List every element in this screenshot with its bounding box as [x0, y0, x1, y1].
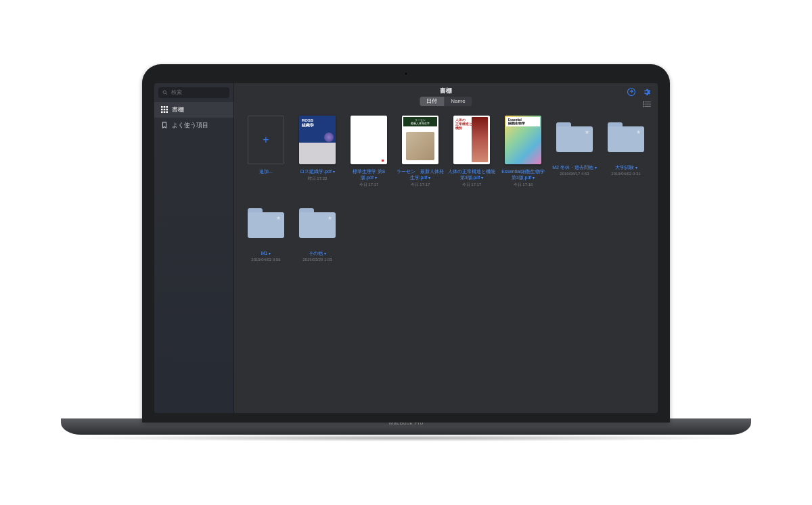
item-meta: 今日 17:17: [462, 182, 482, 188]
item-meta: 今日 17:17: [411, 182, 430, 188]
grid-area: + 追加... ロス組織学.pdf▾ 昨日 17:22 標準生理学: [234, 103, 658, 413]
item-title: M2 冬休・過去問他▾: [551, 164, 598, 171]
svg-rect-2: [161, 106, 163, 108]
book-cover: [402, 116, 438, 164]
item-title: その他▾: [294, 250, 341, 257]
svg-point-15: [643, 101, 644, 102]
folder-icon: ★: [299, 208, 336, 246]
svg-rect-9: [164, 112, 166, 114]
bookmark-icon: [161, 122, 168, 128]
camera-dot: [404, 72, 408, 76]
book-cover: [505, 116, 541, 164]
chevron-down-icon[interactable]: ▾: [533, 176, 535, 180]
item-meta: 今日 17:16: [514, 182, 533, 188]
folder-icon: ★: [608, 122, 644, 160]
star-icon: ★: [328, 215, 332, 221]
book-cover: [299, 116, 336, 164]
item-title: 大学試験▾: [602, 164, 650, 171]
item-title: Essential細胞生物学 第3版.pdf▾: [499, 168, 547, 181]
toolbar: 書棚 日付 Name: [234, 83, 658, 103]
sidebar-item-favorites[interactable]: よく使う項目: [154, 118, 233, 133]
folder-icon: ★: [556, 122, 593, 160]
grid-icon: [161, 106, 168, 113]
item-title: ロス組織学.pdf▾: [294, 168, 341, 175]
svg-rect-5: [161, 109, 163, 111]
svg-rect-10: [166, 112, 168, 114]
sort-tab-name[interactable]: Name: [444, 97, 472, 106]
add-icon: +: [248, 116, 284, 164]
chevron-down-icon[interactable]: ▾: [428, 176, 430, 180]
sync-icon[interactable]: [627, 87, 636, 99]
svg-point-16: [643, 103, 644, 104]
book-item[interactable]: Essential細胞生物学 第3版.pdf▾ 今日 17:16: [499, 116, 547, 188]
sidebar-item-label: よく使う項目: [172, 121, 208, 130]
svg-rect-7: [166, 109, 168, 111]
svg-rect-4: [166, 106, 168, 108]
item-title: ラーセン 最新人体発生学.pdf▾: [397, 168, 444, 181]
item-meta: 2019/03/29 1:03: [302, 258, 332, 262]
search-placeholder: 検索: [171, 89, 182, 96]
folder-icon: ★: [248, 208, 284, 246]
chevron-down-icon[interactable]: ▾: [269, 251, 271, 256]
item-meta: 今日 17:17: [359, 182, 379, 188]
chevron-down-icon[interactable]: ▾: [595, 166, 597, 170]
book-item[interactable]: ロス組織学.pdf▾ 昨日 17:22: [294, 116, 341, 188]
svg-point-11: [627, 88, 635, 95]
svg-point-17: [643, 105, 644, 106]
add-item[interactable]: + 追加...: [242, 116, 290, 188]
book-cover: [453, 116, 490, 164]
sidebar: 検索 書棚 よく使う項目: [154, 83, 234, 413]
chevron-down-icon[interactable]: ▾: [635, 166, 637, 170]
sidebar-item-bookshelf[interactable]: 書棚: [154, 102, 233, 118]
sidebar-item-label: 書棚: [172, 105, 184, 114]
item-meta: 2019/04/02 0:31: [611, 172, 640, 176]
item-meta: 2019/08/17 4:53: [560, 172, 589, 176]
app-window: 検索 書棚 よく使う項目: [154, 83, 658, 413]
folder-item[interactable]: ★ その他▾ 2019/03/29 1:03: [294, 201, 341, 262]
main-area: 書棚 日付 Name: [234, 83, 658, 413]
star-icon: ★: [636, 129, 641, 135]
book-item[interactable]: 標準生理学 第8版.pdf▾ 今日 17:17: [345, 116, 392, 188]
svg-rect-6: [164, 109, 166, 111]
chevron-down-icon[interactable]: ▾: [324, 251, 326, 256]
macbook-frame: 検索 書棚 よく使う項目: [122, 64, 690, 441]
search-icon: [162, 89, 168, 96]
chevron-down-icon[interactable]: ▾: [481, 176, 483, 180]
svg-line-1: [166, 93, 167, 95]
item-title: 人体の正常構造と機能 第3版.pdf▾: [448, 168, 495, 181]
svg-point-0: [163, 91, 166, 94]
list-view-icon[interactable]: [643, 98, 651, 110]
sort-tab-date[interactable]: 日付: [420, 97, 444, 106]
page-title: 書棚: [440, 87, 452, 95]
screen-bezel: 検索 書棚 よく使う項目: [142, 64, 670, 423]
base-shadow: [61, 435, 751, 441]
star-icon: ★: [276, 215, 281, 221]
search-input[interactable]: 検索: [158, 87, 229, 98]
book-item[interactable]: ラーセン 最新人体発生学.pdf▾ 今日 17:17: [397, 116, 444, 188]
folder-item[interactable]: ★ 大学試験▾ 2019/04/02 0:31: [602, 116, 650, 188]
book-item[interactable]: 人体の正常構造と機能 第3版.pdf▾ 今日 17:17: [448, 116, 495, 188]
sort-segmented: 日付 Name: [420, 97, 472, 106]
book-cover: [351, 116, 387, 164]
item-title: M1▾: [242, 250, 290, 257]
item-meta: 2019/04/02 9:56: [251, 258, 280, 262]
folder-item[interactable]: ★ M1▾ 2019/04/02 9:56: [242, 201, 290, 262]
svg-rect-8: [161, 112, 163, 114]
folder-item[interactable]: ★ M2 冬休・過去問他▾ 2019/08/17 4:53: [551, 116, 598, 188]
chevron-down-icon[interactable]: ▾: [333, 170, 335, 174]
items-grid: + 追加... ロス組織学.pdf▾ 昨日 17:22 標準生理学: [242, 116, 650, 262]
item-title: 標準生理学 第8版.pdf▾: [345, 168, 392, 181]
add-label: 追加...: [242, 168, 290, 174]
svg-rect-3: [164, 106, 166, 108]
item-meta: 昨日 17:22: [308, 176, 328, 182]
star-icon: ★: [585, 129, 589, 135]
chevron-down-icon[interactable]: ▾: [375, 176, 377, 180]
search-wrap: 検索: [154, 83, 233, 102]
